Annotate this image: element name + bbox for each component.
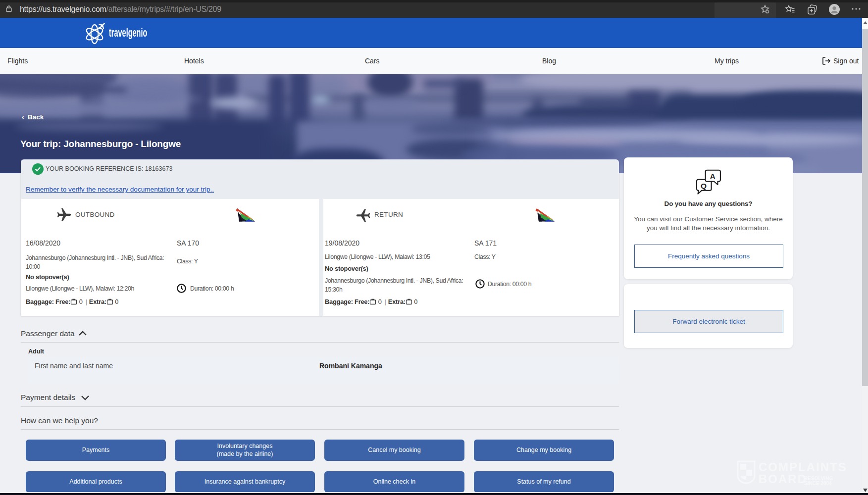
svg-text:A: A (710, 172, 715, 180)
svg-text:Q: Q (701, 182, 707, 190)
svg-text:BOARD: BOARD (759, 472, 807, 486)
svg-text:COMPLAINTS: COMPLAINTS (759, 460, 846, 474)
svg-text:SINCE 2004: SINCE 2004 (804, 481, 832, 486)
